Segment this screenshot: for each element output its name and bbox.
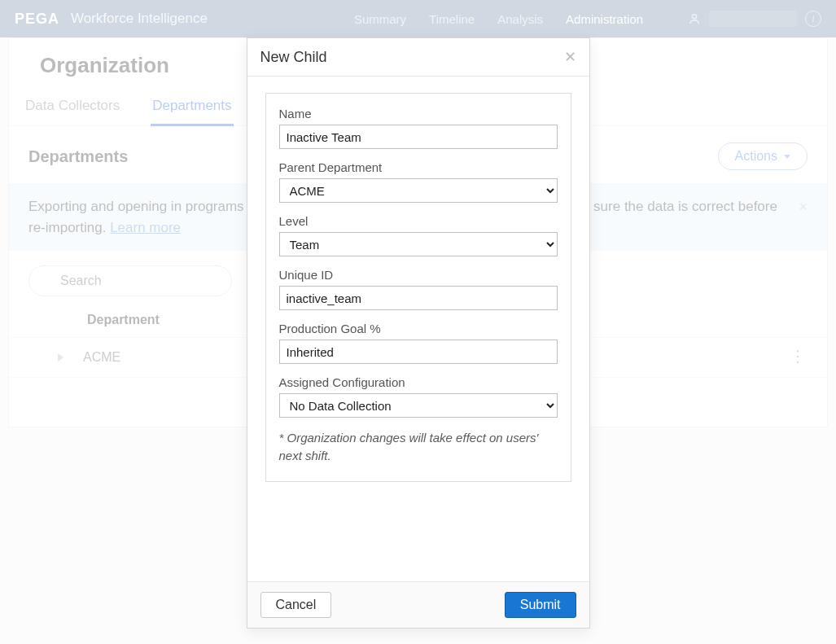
modal-overlay: New Child ✕ Name Parent Department ACME … [0,0,836,644]
field-unique-id: Unique ID [279,268,558,310]
field-level: Level Team [279,214,558,256]
close-icon[interactable]: ✕ [564,48,576,66]
field-parent: Parent Department ACME [279,160,558,203]
label-name: Name [279,107,558,120]
label-unique-id: Unique ID [279,268,558,282]
form-box: Name Parent Department ACME Level Team [265,93,571,482]
input-goal[interactable] [279,340,558,364]
modal-header: New Child ✕ [247,38,589,77]
modal-footer: Cancel Submit [247,581,589,628]
form-footnote: * Organization changes will take effect … [279,429,558,465]
cancel-button[interactable]: Cancel [260,592,332,618]
label-goal: Production Goal % [279,322,558,335]
label-parent: Parent Department [279,160,558,174]
select-config[interactable]: No Data Collection [279,393,558,418]
submit-button[interactable]: Submit [505,592,576,618]
modal-body: Name Parent Department ACME Level Team [247,77,589,581]
field-config: Assigned Configuration No Data Collectio… [279,375,558,418]
modal: New Child ✕ Name Parent Department ACME … [247,37,590,629]
select-level[interactable]: Team [279,232,558,256]
field-goal: Production Goal % [279,322,558,364]
field-name: Name [279,107,558,149]
label-config: Assigned Configuration [279,375,558,389]
label-level: Level [279,214,558,228]
input-name[interactable] [279,125,558,149]
modal-title: New Child [260,49,327,66]
select-parent[interactable]: ACME [279,178,558,203]
input-unique-id[interactable] [279,286,558,310]
